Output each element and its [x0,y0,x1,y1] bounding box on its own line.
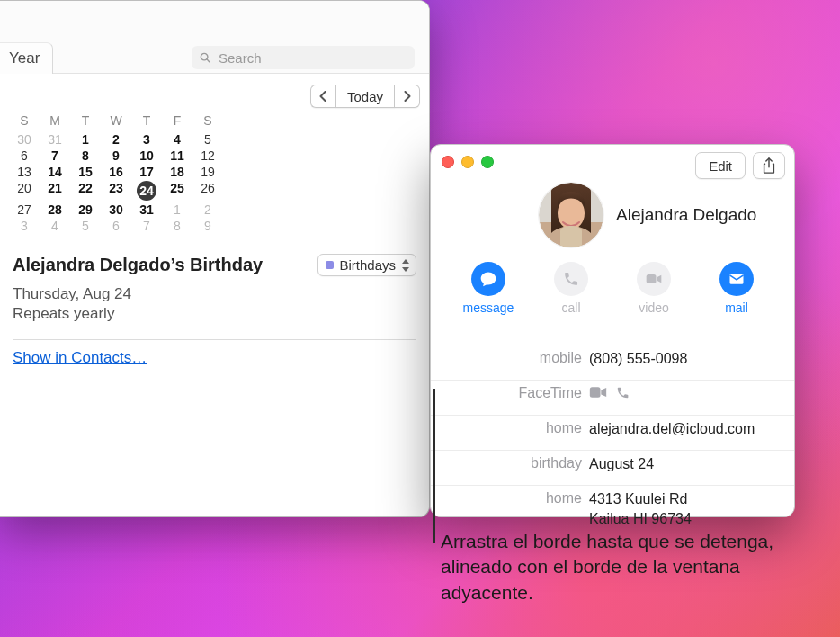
calendar-day-cell[interactable]: 27 [9,202,40,218]
calendar-day-cell[interactable]: 6 [9,148,40,164]
search-input[interactable] [217,49,407,67]
action-call[interactable]: call [546,262,596,315]
calendar-day-cell[interactable]: 31 [40,131,70,148]
prev-month-button[interactable] [310,85,335,108]
calendar-day-cell[interactable]: 12 [192,148,223,164]
field-home-address[interactable]: home 4313 Kuulei RdKailua HI 96734 [431,485,794,532]
calendar-day-cell[interactable]: 9 [192,218,223,234]
calendar-day-cell[interactable]: 22 [70,180,101,202]
calendar-day-cell[interactable]: 18 [162,164,192,180]
calendar-day-cell[interactable]: 24 [131,180,162,202]
facetime-audio-icon[interactable] [616,386,630,399]
field-label: home [431,489,589,507]
field-home-email[interactable]: home alejandra.del@icloud.com [431,415,794,450]
calendar-day-cell[interactable]: 16 [101,164,131,180]
calendar-day-cell[interactable]: 9 [101,148,131,164]
today-button[interactable]: Today [335,85,395,108]
svg-marker-2 [402,259,409,264]
callout-text: Arrastra el borde hasta que se detenga, … [441,529,809,606]
facetime-video-icon[interactable] [589,386,607,399]
calendar-day-cell[interactable]: 29 [70,202,101,218]
field-mobile[interactable]: mobile (808) 555-0098 [431,345,794,380]
event-repeat: Repeats yearly [13,305,416,323]
calendar-day-cell[interactable]: 5 [70,218,101,234]
calendar-day-cell[interactable]: 20 [9,180,40,202]
calendar-day-cell[interactable]: 30 [101,202,131,218]
calendar-day-cell[interactable]: 13 [9,164,40,180]
day-of-week-header: W [101,112,131,131]
action-video[interactable]: video [629,262,679,315]
calendar-day-cell[interactable]: 1 [70,131,101,148]
calendar-day-cell[interactable]: 23 [101,180,131,202]
calendar-day-cell[interactable]: 30 [9,131,40,148]
close-window-button[interactable] [442,156,454,168]
event-details: Alejandra Delgado’s Birthday Birthdays T… [9,254,420,367]
day-of-week-header: F [162,112,192,131]
field-value: alejandra.del@icloud.com [589,419,794,439]
calendar-day-cell[interactable]: 31 [131,202,162,218]
action-mail[interactable]: mail [711,262,762,315]
calendar-day-cell[interactable]: 4 [40,218,70,234]
calendar-day-cell[interactable]: 21 [40,180,70,202]
field-label: FaceTime [431,384,589,401]
action-message[interactable]: message [463,262,514,315]
mini-month-grid[interactable]: SMTWTFS303112345678910111213141516171819… [9,112,420,234]
svg-rect-8 [647,274,657,283]
contacts-window: Edit Alejandr [430,144,795,517]
zoom-window-button[interactable] [481,156,494,168]
svg-point-7 [558,197,585,229]
calendar-day-cell[interactable]: 15 [70,164,101,180]
calendar-day-cell[interactable]: 2 [101,131,131,148]
divider [13,339,416,340]
share-button[interactable] [753,152,785,179]
day-of-week-header: M [40,112,70,131]
action-label: mail [725,301,748,315]
calendar-day-cell[interactable]: 2 [192,202,223,218]
minimize-window-button[interactable] [461,156,474,168]
calendar-day-cell[interactable]: 8 [162,218,192,234]
calendar-day-cell[interactable]: 17 [131,164,162,180]
calendar-day-cell[interactable]: 3 [131,131,162,148]
event-calendar-select[interactable]: Birthdays [317,254,416,276]
day-of-week-header: T [70,112,101,131]
contact-action-row: message call video mail [431,262,794,315]
field-label: home [431,419,589,436]
field-facetime[interactable]: FaceTime [431,380,794,415]
show-in-contacts-link[interactable]: Show in Contacts… [13,349,147,366]
calendar-day-cell[interactable]: 8 [70,148,101,164]
search-field[interactable] [192,46,415,69]
phone-icon [563,271,579,287]
calendar-nav: Today [9,85,420,108]
calendar-day-cell[interactable]: 11 [162,148,192,164]
calendar-day-cell[interactable]: 4 [162,131,192,148]
video-icon [645,270,663,288]
contact-details: mobile (808) 555-0098 FaceTime home alej… [431,345,794,532]
calendar-day-cell[interactable]: 1 [162,202,192,218]
callout-leader-line [433,389,435,543]
calendar-day-cell[interactable]: 25 [162,180,192,202]
view-tab-year[interactable]: Year [0,42,53,74]
calendar-day-cell[interactable]: 7 [40,148,70,164]
calendar-day-cell[interactable]: 14 [40,164,70,180]
message-icon [479,270,497,288]
contact-avatar [539,183,603,247]
calendar-window: Year Today SMTWTFS3031123456789101112131… [0,0,430,517]
event-calendar-name: Birthdays [339,257,396,273]
calendar-day-cell[interactable]: 6 [101,218,131,234]
calendar-day-cell[interactable]: 3 [9,218,40,234]
calendar-day-cell[interactable]: 26 [192,180,223,202]
calendar-day-cell[interactable]: 19 [192,164,223,180]
calendar-toolbar: Year [0,1,429,74]
search-icon [199,51,211,64]
calendar-day-cell[interactable]: 10 [131,148,162,164]
next-month-button[interactable] [395,85,420,108]
action-label: video [639,301,668,315]
field-value: August 24 [589,454,794,474]
calendar-day-cell[interactable]: 7 [131,218,162,234]
field-value: 4313 Kuulei RdKailua HI 96734 [589,489,794,528]
calendar-day-cell[interactable]: 28 [40,202,70,218]
mail-icon [728,270,746,288]
calendar-day-cell[interactable]: 5 [192,131,223,148]
edit-button[interactable]: Edit [695,152,746,179]
field-birthday[interactable]: birthday August 24 [431,450,794,485]
